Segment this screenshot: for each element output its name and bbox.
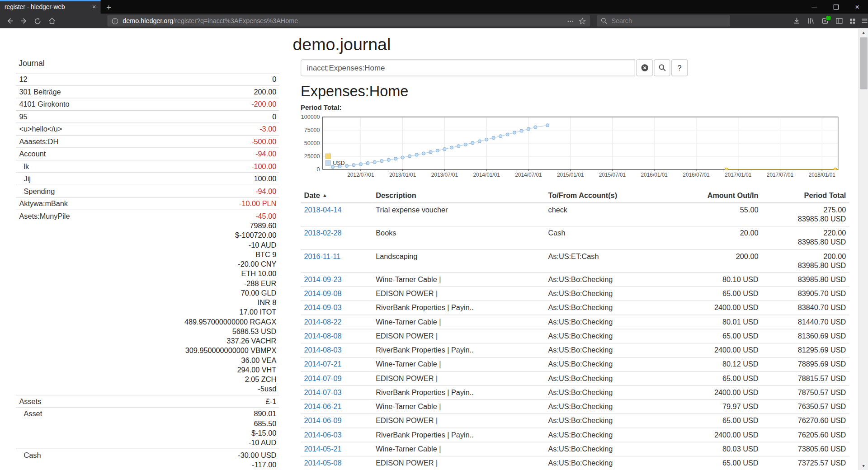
help-button[interactable]: ? bbox=[671, 59, 688, 76]
transaction-date-link[interactable]: 2014-07-09 bbox=[304, 374, 342, 383]
query-input[interactable] bbox=[301, 59, 635, 76]
window-maximize-button[interactable] bbox=[825, 0, 847, 14]
transaction-date-link[interactable]: 2018-02-28 bbox=[304, 229, 342, 237]
sidebar-account-row[interactable]: Aktywa:mBank-10.00 PLN bbox=[16, 197, 279, 210]
page-scrollbar[interactable]: ▲ ▼ bbox=[859, 28, 868, 470]
account-name-link[interactable]: Account bbox=[16, 149, 46, 159]
register-row[interactable]: 2014-09-23Wine-Tarner Cable |As:US:Bo:Ch… bbox=[301, 273, 849, 287]
menu-button[interactable] bbox=[858, 14, 868, 28]
register-row[interactable]: 2014-09-03RiverBank Properties | Payin..… bbox=[301, 301, 849, 315]
account-name-link[interactable]: Aktywa:mBank bbox=[16, 199, 68, 208]
sidebar-account-row[interactable]: Aaasets:DH-500.00 bbox=[16, 135, 279, 148]
window-minimize-button[interactable] bbox=[804, 0, 826, 14]
sidebar-account-row[interactable]: Jij100.00 bbox=[16, 172, 279, 185]
transaction-date-link[interactable]: 2014-07-03 bbox=[304, 388, 342, 397]
account-name-link[interactable]: Jij bbox=[16, 174, 31, 183]
browser-search-bar[interactable]: Search bbox=[597, 15, 730, 27]
transaction-date-link[interactable]: 2014-06-09 bbox=[304, 416, 342, 425]
register-row[interactable]: 2018-04-14Trial expense vouchercheck55.0… bbox=[301, 203, 849, 226]
register-row[interactable]: 2014-05-21Wine-Tarner Cable |As:US:Bo:Ch… bbox=[301, 442, 849, 456]
transaction-date-link[interactable]: 2014-08-22 bbox=[304, 318, 342, 326]
register-row[interactable]: 2014-08-22Wine-Tarner Cable |As:US:Bo:Ch… bbox=[301, 315, 849, 329]
new-tab-button[interactable]: + bbox=[101, 0, 117, 14]
apps-grid-button[interactable] bbox=[845, 14, 859, 28]
transaction-date-link[interactable]: 2014-05-08 bbox=[304, 459, 342, 467]
page-actions-button[interactable] bbox=[567, 17, 574, 24]
sidebar-account-row[interactable]: 301 Beiträge200.00 bbox=[16, 85, 279, 98]
sidebar-journal-link[interactable]: Journal bbox=[19, 59, 44, 68]
sidebar-account-row[interactable]: 4101 Girokonto-200.00 bbox=[16, 98, 279, 110]
transaction-date-link[interactable]: 2014-08-08 bbox=[304, 332, 342, 340]
reload-button[interactable] bbox=[31, 14, 44, 28]
sidebar-account-row[interactable]: Spending-94.00 bbox=[16, 185, 279, 197]
transaction-date-link[interactable]: 2018-04-14 bbox=[304, 206, 342, 214]
sidebar-account-row[interactable]: Cash-30.00 USD-117.00 bbox=[16, 449, 279, 470]
register-row[interactable]: 2014-08-03RiverBank Properties | Payin..… bbox=[301, 343, 849, 357]
account-name-link[interactable]: 4101 Girokonto bbox=[16, 99, 70, 109]
sidebar-account-row[interactable]: 120 bbox=[16, 73, 279, 85]
register-row[interactable]: 2014-07-09EDISON POWER |As:US:Bo:Checkin… bbox=[301, 371, 849, 385]
sidebar-account-row[interactable]: Account-94.00 bbox=[16, 147, 279, 160]
transaction-date-link[interactable]: 2014-06-21 bbox=[304, 402, 342, 411]
sidebar-account-row[interactable]: Asset890.01685.50$-15.00-10 AUD bbox=[16, 407, 279, 448]
downloads-button[interactable] bbox=[790, 14, 804, 28]
account-name-link[interactable]: Asets:MunyPile bbox=[16, 212, 70, 394]
register-row[interactable]: 2014-08-08EDISON POWER |As:US:Bo:Checkin… bbox=[301, 329, 849, 343]
sidebar-account-row[interactable]: Asets:MunyPile-45.007989.60$-100720.00-1… bbox=[16, 210, 279, 395]
library-button[interactable] bbox=[804, 14, 818, 28]
browser-tab[interactable]: register - hledger-web × bbox=[0, 0, 101, 14]
sidebar-account-row[interactable]: lk-100.00 bbox=[16, 160, 279, 173]
register-row[interactable]: 2014-06-03RiverBank Properties | Payin..… bbox=[301, 428, 849, 442]
sidebar-account-row[interactable]: <u>hello</u>-3.00 bbox=[16, 122, 279, 135]
transaction-date-link[interactable]: 2014-09-03 bbox=[304, 303, 342, 312]
account-name-link[interactable]: Spending bbox=[16, 187, 55, 196]
bookmark-star-button[interactable] bbox=[579, 17, 586, 24]
transaction-date-link[interactable]: 2014-05-21 bbox=[304, 445, 342, 453]
transaction-date-link[interactable]: 2014-06-03 bbox=[304, 431, 342, 439]
url-text[interactable]: demo.hledger.org/register?q=inacct%3AExp… bbox=[123, 18, 562, 24]
clear-query-button[interactable] bbox=[637, 59, 653, 76]
balance-chart[interactable]: 02500050000750001000002012/07/012013/01/… bbox=[301, 113, 854, 184]
tab-close-icon[interactable]: × bbox=[92, 4, 96, 10]
submit-search-button[interactable] bbox=[654, 59, 670, 76]
scroll-down-arrow-icon[interactable]: ▼ bbox=[859, 461, 868, 470]
account-name-link[interactable]: Cash bbox=[16, 450, 41, 470]
transaction-date-link[interactable]: 2014-09-08 bbox=[304, 289, 342, 298]
window-close-button[interactable]: × bbox=[847, 0, 868, 14]
transaction-date-link[interactable]: 2014-07-21 bbox=[304, 360, 342, 368]
register-row[interactable]: 2014-06-09EDISON POWER |As:US:Bo:Checkin… bbox=[301, 414, 849, 428]
sidebar-toggle-button[interactable] bbox=[832, 14, 846, 28]
register-row[interactable]: 2014-05-08EDISON POWER |As:US:Bo:Checkin… bbox=[301, 456, 849, 470]
register-row[interactable]: 2014-07-03RiverBank Properties | Payin..… bbox=[301, 385, 849, 400]
url-bar[interactable]: demo.hledger.org/register?q=inacct%3AExp… bbox=[108, 15, 590, 27]
account-name-link[interactable]: 301 Beiträge bbox=[16, 87, 61, 97]
forward-button[interactable] bbox=[17, 14, 31, 28]
account-name-link[interactable]: 95 bbox=[16, 112, 28, 122]
sidebar-account-row[interactable]: 950 bbox=[16, 110, 279, 123]
site-info-icon[interactable] bbox=[111, 17, 118, 24]
register-row[interactable]: 2014-06-21Wine-Tarner Cable |As:US:Bo:Ch… bbox=[301, 400, 849, 414]
account-name-link[interactable]: lk bbox=[16, 162, 29, 171]
extension-button[interactable] bbox=[818, 14, 832, 28]
account-name-link[interactable]: Asset bbox=[16, 409, 42, 447]
column-header-to-from-account-s-[interactable]: To/From Account(s) bbox=[545, 188, 703, 203]
account-name-link[interactable]: Aaasets:DH bbox=[16, 137, 58, 146]
column-header-period-total[interactable]: Period Total bbox=[762, 188, 849, 203]
register-row[interactable]: 2018-02-28BooksCash20.00220.0083985.80 U… bbox=[301, 226, 849, 249]
account-name-link[interactable]: Assets bbox=[16, 397, 41, 406]
sidebar-account-row[interactable]: Assets£-1 bbox=[16, 395, 279, 408]
transaction-date-link[interactable]: 2014-08-03 bbox=[304, 346, 342, 354]
register-row[interactable]: 2014-09-08EDISON POWER |As:US:Bo:Checkin… bbox=[301, 287, 849, 301]
back-button[interactable] bbox=[4, 14, 17, 28]
transaction-date-link[interactable]: 2016-11-11 bbox=[304, 252, 341, 261]
register-row[interactable]: 2016-11-11LandscapingAs:US:ET:Cash200.00… bbox=[301, 249, 849, 273]
column-header-date[interactable]: Date▲ bbox=[301, 188, 373, 203]
scrollbar-thumb[interactable] bbox=[860, 38, 868, 89]
transaction-date-link[interactable]: 2014-09-23 bbox=[304, 275, 342, 284]
column-header-description[interactable]: Description bbox=[373, 188, 545, 203]
register-row[interactable]: 2014-07-21Wine-Tarner Cable |As:US:Bo:Ch… bbox=[301, 357, 849, 371]
account-name-link[interactable]: 12 bbox=[16, 75, 28, 84]
column-header-amount-out-in[interactable]: Amount Out/In bbox=[703, 188, 762, 203]
home-button[interactable] bbox=[45, 14, 59, 28]
scroll-up-arrow-icon[interactable]: ▲ bbox=[859, 28, 868, 37]
